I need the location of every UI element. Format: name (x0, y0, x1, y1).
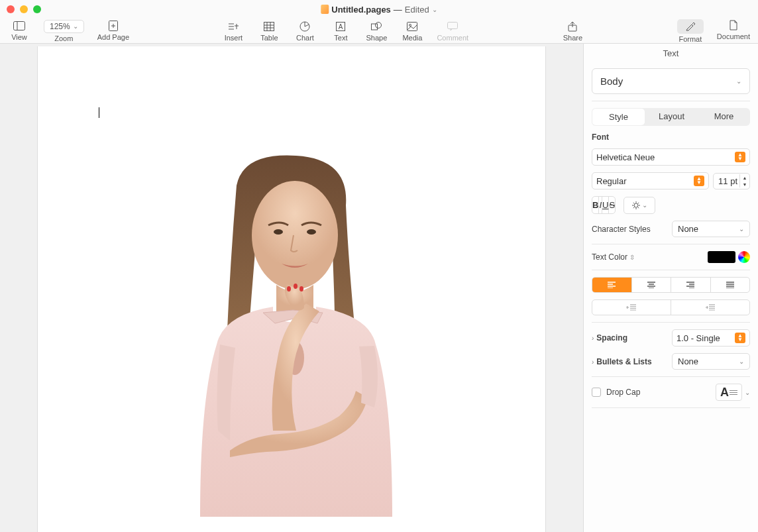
media-label: Media (402, 34, 422, 42)
bullets-dropdown[interactable]: None ⌄ (672, 353, 750, 370)
zoom-button[interactable]: 125% ⌄ Zoom (44, 20, 84, 42)
svg-point-27 (307, 229, 316, 235)
close-window-button[interactable] (7, 5, 15, 13)
dropcap-label: Drop Cap (606, 388, 640, 397)
size-step-up[interactable]: ▲ (740, 174, 749, 181)
document-status: Edited (405, 5, 429, 15)
add-page-icon (107, 20, 120, 32)
zoom-label: Zoom (54, 34, 73, 42)
text-color-label[interactable]: Text Color ⇳ (592, 252, 635, 262)
svg-point-30 (294, 284, 298, 289)
text-button[interactable]: A Text (329, 21, 352, 42)
chart-icon (298, 21, 311, 32)
share-icon (566, 21, 579, 32)
zoom-select[interactable]: 125% ⌄ (44, 20, 84, 33)
segment-layout[interactable]: Layout (645, 108, 698, 126)
segment-more[interactable]: More (698, 108, 750, 126)
svg-rect-0 (14, 21, 25, 30)
disclosure-icon: › (592, 358, 594, 366)
spacing-dropdown[interactable]: 1.0 - Single ▲▼ (672, 329, 750, 346)
comment-icon (446, 21, 459, 32)
spacing-value: 1.0 - Single (677, 333, 720, 343)
align-center-button[interactable] (632, 278, 672, 292)
dropdown-toggle-icon: ▲▼ (735, 333, 745, 343)
format-button[interactable]: Format (677, 19, 704, 43)
inspector-segments: Style Layout More (592, 108, 750, 126)
text-style-buttons: B I U S (592, 196, 616, 214)
strikethrough-button[interactable]: S (609, 197, 615, 213)
format-label: Format (678, 35, 702, 43)
color-picker-button[interactable] (738, 251, 750, 263)
share-button[interactable]: Share (561, 21, 584, 42)
svg-point-19 (376, 22, 382, 28)
chevron-down-icon[interactable]: ⌄ (745, 389, 750, 396)
gear-icon (631, 201, 641, 210)
indent-button[interactable] (671, 300, 749, 315)
bold-button[interactable]: B (592, 197, 599, 213)
text-label: Text (334, 34, 347, 42)
font-weight-value: Regular (596, 176, 627, 186)
window-titlebar: Untitled.pages — Edited ⌄ (0, 0, 758, 19)
spacing-row[interactable]: ›Spacing (592, 333, 627, 343)
view-button[interactable]: View (8, 20, 30, 42)
document-label: Document (717, 32, 750, 40)
dropcap-checkbox[interactable] (592, 388, 601, 397)
svg-text:A: A (339, 23, 343, 30)
comment-button[interactable]: Comment (437, 21, 468, 42)
outdent-button[interactable] (592, 300, 671, 315)
chart-label: Chart (296, 34, 314, 42)
minimize-window-button[interactable] (20, 5, 28, 13)
size-step-down[interactable]: ▼ (740, 181, 749, 187)
spacing-label: Spacing (596, 333, 627, 343)
align-right-button[interactable] (671, 278, 711, 292)
document-canvas[interactable] (0, 44, 583, 532)
document-button[interactable]: Document (717, 19, 750, 43)
add-page-button[interactable]: Add Page (97, 20, 129, 42)
char-styles-dropdown[interactable]: None ⌄ (672, 221, 750, 237)
sidebar-icon (13, 20, 26, 32)
chevron-down-icon: ⌄ (739, 225, 744, 233)
bullets-row[interactable]: ›Bullets & Lists (592, 357, 652, 366)
document-title[interactable]: Untitled.pages — Edited ⌄ (321, 5, 437, 15)
table-button[interactable]: Table (258, 21, 280, 42)
maximize-window-button[interactable] (33, 5, 41, 13)
text-cursor (99, 107, 99, 118)
document-icon (727, 19, 740, 31)
font-family-dropdown[interactable]: Helvetica Neue ▲▼ (592, 148, 750, 166)
media-icon (406, 21, 419, 32)
shape-button[interactable]: Shape (365, 21, 388, 42)
document-name: Untitled.pages (331, 5, 391, 15)
inserted-image-person[interactable] (164, 146, 415, 517)
align-left-button[interactable] (592, 278, 632, 292)
chart-button[interactable]: Chart (294, 21, 316, 42)
font-heading: Font (592, 133, 750, 142)
segment-style[interactable]: Style (592, 109, 645, 125)
align-justify-button[interactable] (711, 278, 750, 292)
paragraph-style-dropdown[interactable]: Body ⌄ (592, 68, 750, 94)
shape-label: Shape (366, 34, 388, 42)
svg-rect-18 (372, 24, 378, 30)
char-styles-value: None (678, 224, 698, 234)
underline-button[interactable]: U (602, 197, 609, 213)
view-label: View (11, 33, 27, 41)
svg-point-25 (252, 181, 338, 290)
font-size-value: 11 pt (714, 174, 739, 189)
char-styles-label: Character Styles (592, 225, 651, 234)
insert-button[interactable]: Insert (222, 21, 244, 42)
format-icon (677, 19, 704, 34)
comment-label: Comment (437, 34, 468, 42)
add-page-label: Add Page (97, 33, 129, 41)
dropcap-style-preview[interactable]: A (716, 384, 742, 401)
font-weight-dropdown[interactable]: Regular ▲▼ (592, 172, 709, 189)
font-size-field[interactable]: 11 pt ▲ ▼ (713, 173, 750, 189)
document-page[interactable] (37, 46, 546, 532)
table-label: Table (260, 34, 278, 42)
advanced-options-button[interactable]: ⌄ (623, 197, 655, 214)
svg-point-26 (274, 229, 283, 235)
media-button[interactable]: Media (401, 21, 423, 42)
text-color-swatch[interactable] (708, 251, 735, 263)
svg-point-32 (634, 203, 638, 207)
svg-point-29 (287, 286, 291, 292)
inspector-tab-text[interactable]: Text (584, 44, 758, 63)
window-controls (7, 5, 41, 13)
